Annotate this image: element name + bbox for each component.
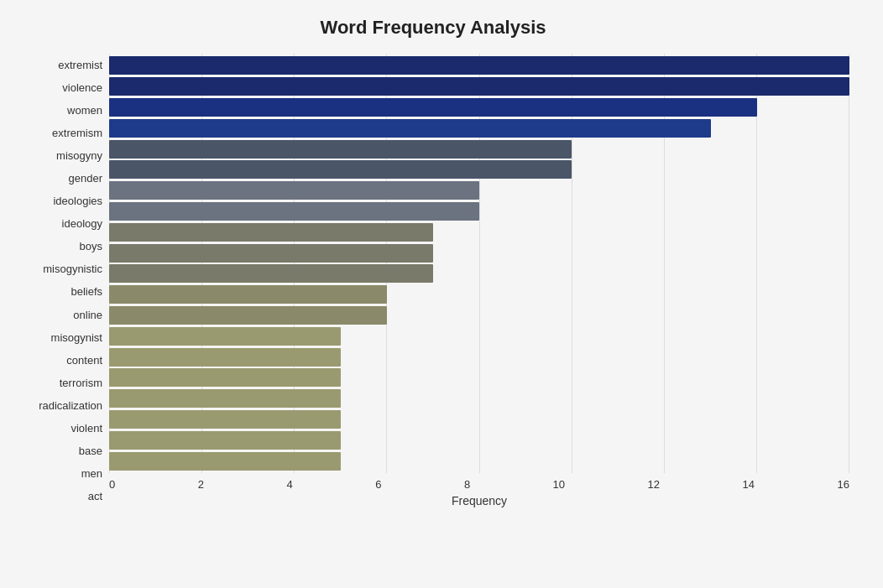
y-label: misogyny [56, 150, 102, 161]
x-tick: 4 [286, 478, 292, 491]
bars-container [109, 54, 849, 473]
bar-row [109, 55, 849, 76]
bar-row [109, 201, 849, 222]
y-labels: extremistviolencewomenextremismmisogynyg… [17, 54, 109, 507]
y-label: women [67, 105, 102, 116]
y-label: act [88, 491, 102, 502]
bar [109, 348, 341, 367]
y-label: extremism [52, 127, 102, 138]
bar [109, 181, 479, 200]
bar [109, 389, 341, 408]
x-axis: 0246810121416 [109, 473, 849, 491]
y-label: gender [69, 173, 102, 184]
y-label: ideology [62, 218, 102, 229]
y-label: content [66, 355, 102, 366]
y-label: radicalization [39, 400, 102, 411]
bar-row [109, 97, 849, 118]
bar [109, 285, 387, 304]
bar [109, 452, 341, 471]
y-label: misogynist [51, 332, 102, 343]
bar [109, 223, 433, 242]
x-tick: 0 [109, 478, 115, 491]
x-tick: 16 [837, 478, 849, 491]
bar-row [109, 409, 849, 430]
y-label: online [73, 310, 102, 320]
grid-and-bars [109, 54, 849, 473]
x-tick: 12 [648, 478, 660, 491]
bar [109, 140, 572, 159]
bar [109, 306, 387, 325]
y-label: violent [71, 423, 102, 434]
y-label: violence [62, 82, 102, 93]
bar-row [109, 284, 849, 305]
bar-row [109, 138, 849, 159]
y-label: misogynistic [43, 263, 102, 274]
bar-row [109, 221, 849, 242]
bar-row [109, 450, 849, 471]
bar-row [109, 429, 849, 450]
bars-and-grid: 0246810121416 Frequency [109, 54, 849, 507]
x-tick: 8 [464, 478, 470, 491]
bar [109, 327, 341, 346]
y-label: men [81, 468, 102, 479]
bar [109, 202, 479, 221]
x-axis-label: Frequency [109, 494, 849, 507]
bar [109, 119, 711, 138]
chart-title: Word Frequency Analysis [17, 17, 849, 39]
bar-row [109, 367, 849, 388]
bar [109, 368, 341, 387]
bar-row [109, 263, 849, 284]
bar [109, 98, 757, 117]
bar [109, 244, 433, 263]
y-label: extremist [58, 60, 102, 70]
bar [109, 410, 341, 429]
y-label: boys [80, 241, 102, 252]
bar-row [109, 325, 849, 346]
bar-row [109, 388, 849, 409]
chart-container: Word Frequency Analysis extremistviolenc… [0, 0, 883, 588]
x-tick: 10 [553, 478, 565, 491]
bar-row [109, 242, 849, 263]
y-label: beliefs [71, 286, 102, 297]
x-tick: 6 [375, 478, 381, 491]
y-label: terrorism [60, 377, 102, 388]
x-tick: 14 [743, 478, 755, 491]
bar-row [109, 346, 849, 367]
bar [109, 56, 849, 75]
bar [109, 160, 572, 179]
bar-row [109, 159, 849, 180]
bar-row [109, 180, 849, 201]
chart-area: extremistviolencewomenextremismmisogynyg… [17, 54, 849, 507]
bar-row [109, 76, 849, 97]
bar-row [109, 117, 849, 138]
y-label: base [79, 445, 102, 456]
bar [109, 431, 341, 450]
x-tick: 2 [198, 478, 204, 491]
y-label: ideologies [53, 195, 102, 206]
bar [109, 264, 433, 283]
bar-row [109, 305, 849, 326]
bar [109, 77, 849, 96]
